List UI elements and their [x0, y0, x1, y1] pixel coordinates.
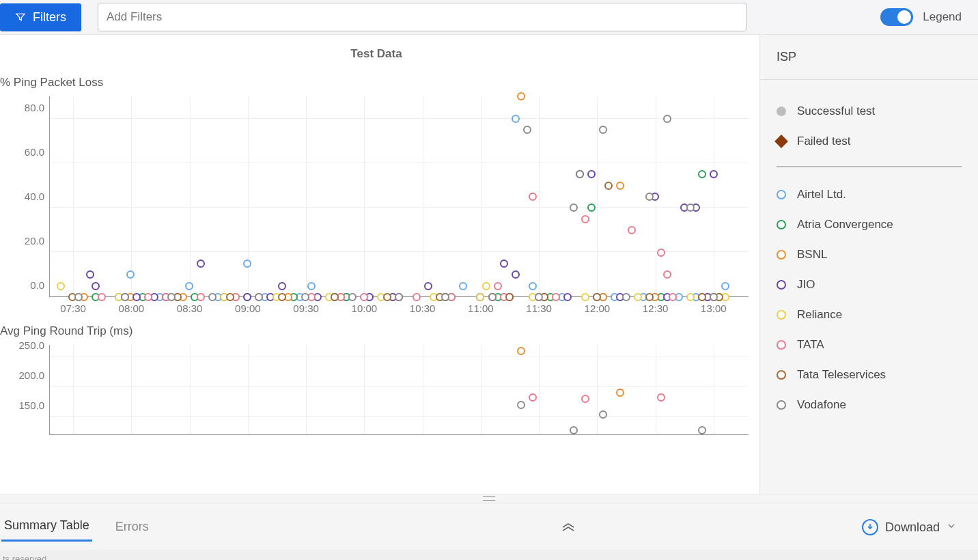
data-point[interactable] — [523, 126, 531, 134]
legend-isp-item[interactable]: JIO — [777, 270, 962, 300]
data-point[interactable] — [686, 204, 695, 212]
data-point[interactable] — [593, 293, 601, 301]
data-point[interactable] — [599, 410, 607, 419]
data-point[interactable] — [482, 282, 490, 290]
data-point[interactable] — [500, 260, 508, 268]
data-point[interactable] — [581, 293, 589, 301]
data-point[interactable] — [657, 249, 665, 257]
data-point[interactable] — [278, 293, 286, 301]
data-point[interactable] — [628, 226, 636, 234]
data-point[interactable] — [634, 293, 642, 301]
legend-status-item[interactable]: Successful test — [777, 96, 962, 126]
legend-isp-item[interactable]: Vodafone — [777, 390, 962, 420]
data-point[interactable] — [301, 293, 309, 301]
data-point[interactable] — [488, 293, 497, 301]
data-point[interactable] — [167, 293, 176, 301]
data-point[interactable] — [698, 170, 706, 178]
data-point[interactable] — [669, 293, 677, 301]
data-point[interactable] — [441, 293, 449, 301]
round-trip-chart[interactable]: 150.0200.0250.0 — [0, 345, 753, 454]
legend-isp-item[interactable]: BSNL — [777, 240, 962, 270]
data-point[interactable] — [126, 270, 135, 279]
data-point[interactable] — [570, 426, 578, 434]
data-point[interactable] — [92, 282, 100, 290]
packet-loss-chart[interactable]: 0.020.040.060.080.007:3008:0008:3009:000… — [0, 96, 753, 316]
data-point[interactable] — [587, 204, 596, 212]
data-point[interactable] — [587, 170, 596, 178]
data-point[interactable] — [512, 115, 520, 123]
expand-icon[interactable] — [561, 520, 575, 534]
legend-isp-item[interactable]: Airtel Ltd. — [777, 180, 962, 210]
data-point[interactable] — [255, 293, 263, 301]
data-point[interactable] — [348, 293, 357, 301]
filters-input[interactable] — [98, 3, 746, 31]
data-point[interactable] — [197, 293, 205, 301]
tab-errors[interactable]: Errors — [113, 514, 152, 541]
data-point[interactable] — [383, 293, 391, 301]
data-point[interactable] — [599, 126, 607, 134]
data-point[interactable] — [278, 282, 286, 290]
legend-isp-item[interactable]: Atria Convergence — [777, 210, 962, 240]
data-point[interactable] — [197, 260, 205, 268]
data-point[interactable] — [208, 293, 216, 301]
data-point[interactable] — [360, 293, 368, 301]
data-point[interactable] — [686, 293, 695, 301]
legend-status-item[interactable]: Failed test — [777, 126, 962, 156]
data-point[interactable] — [243, 293, 251, 301]
data-point[interactable] — [494, 282, 502, 290]
data-point[interactable] — [476, 293, 484, 301]
data-point[interactable] — [622, 293, 630, 301]
download-button[interactable]: Download — [862, 519, 956, 535]
data-point[interactable] — [529, 282, 537, 290]
data-point[interactable] — [576, 170, 584, 178]
data-point[interactable] — [424, 282, 432, 290]
data-point[interactable] — [721, 282, 729, 290]
data-point[interactable] — [698, 293, 706, 301]
data-point[interactable] — [331, 293, 339, 301]
data-point[interactable] — [616, 389, 624, 397]
data-point[interactable] — [529, 193, 537, 201]
legend-isp-item[interactable]: Reliance — [777, 300, 962, 330]
data-point[interactable] — [98, 293, 106, 301]
data-point[interactable] — [529, 393, 537, 402]
data-point[interactable] — [698, 426, 706, 434]
data-point[interactable] — [604, 182, 613, 190]
resize-handle[interactable] — [0, 494, 978, 503]
data-point[interactable] — [535, 293, 543, 301]
data-point[interactable] — [710, 170, 718, 178]
data-point[interactable] — [86, 270, 94, 279]
data-point[interactable] — [663, 270, 671, 279]
data-point[interactable] — [570, 204, 578, 212]
data-point[interactable] — [243, 260, 251, 268]
data-point[interactable] — [563, 293, 572, 301]
data-point[interactable] — [226, 293, 234, 301]
data-point[interactable] — [512, 270, 520, 279]
data-point[interactable] — [74, 293, 83, 301]
legend-toggle[interactable] — [880, 8, 913, 26]
data-point[interactable] — [121, 293, 129, 301]
data-point[interactable] — [581, 215, 589, 223]
data-point[interactable] — [645, 293, 654, 301]
legend-isp-item[interactable]: TATA — [777, 330, 962, 360]
data-point[interactable] — [307, 282, 316, 290]
data-point[interactable] — [505, 293, 514, 301]
data-point[interactable] — [132, 293, 141, 301]
data-point[interactable] — [581, 395, 589, 403]
data-point[interactable] — [645, 193, 654, 201]
data-point[interactable] — [657, 393, 665, 402]
data-point[interactable] — [517, 92, 525, 100]
data-point[interactable] — [710, 293, 718, 301]
data-point[interactable] — [663, 115, 671, 123]
filters-button[interactable]: Filters — [0, 3, 81, 31]
data-point[interactable] — [459, 282, 467, 290]
data-point[interactable] — [413, 293, 421, 301]
data-point[interactable] — [144, 293, 152, 301]
tab-summary-table[interactable]: Summary Table — [1, 513, 92, 542]
legend-isp-item[interactable]: Tata Teleservices — [777, 360, 962, 390]
data-point[interactable] — [517, 401, 525, 409]
data-point[interactable] — [395, 293, 403, 301]
data-point[interactable] — [57, 282, 65, 290]
data-point[interactable] — [185, 282, 193, 290]
data-point[interactable] — [517, 347, 525, 355]
data-point[interactable] — [616, 182, 624, 190]
